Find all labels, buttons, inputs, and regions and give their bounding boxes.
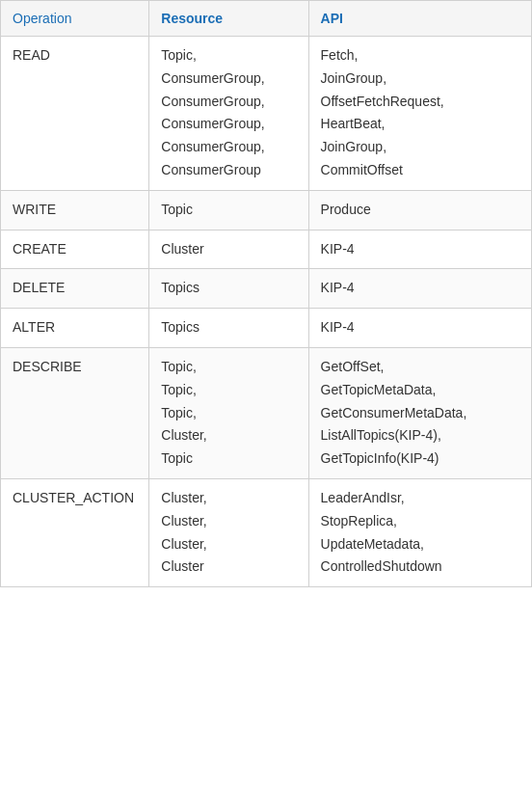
resource-cell: Topic <box>149 190 308 230</box>
api-item: KIP-4 <box>321 277 519 300</box>
api-cell: LeaderAndIsr,StopReplica,UpdateMetadata,… <box>308 478 531 586</box>
api-item: GetConsumerMetaData, <box>321 402 519 425</box>
table-row: DELETETopicsKIP-4 <box>1 269 532 309</box>
api-item: GetTopicMetaData, <box>321 379 519 402</box>
api-item: ListAllTopics(KIP-4), <box>321 424 519 447</box>
resource-item: Topic, <box>161 402 296 425</box>
resource-item: Cluster, <box>161 533 296 556</box>
header-operation: Operation <box>1 1 149 37</box>
resource-cell: Topics <box>149 269 308 309</box>
resource-item: Topic <box>161 447 296 471</box>
header-resource: Resource <box>149 1 308 37</box>
api-item: GetOffSet, <box>321 356 519 379</box>
operation-cell: CLUSTER_ACTION <box>1 478 149 586</box>
resource-item: ConsumerGroup <box>161 159 296 182</box>
api-item: Fetch, <box>321 44 519 68</box>
api-item: GetTopicInfo(KIP-4) <box>321 447 519 471</box>
header-api: API <box>308 1 531 37</box>
api-cell: KIP-4 <box>308 309 531 348</box>
api-item: KIP-4 <box>321 238 519 261</box>
api-item: LeaderAndIsr, <box>321 487 519 510</box>
table-header-row: Operation Resource API <box>1 1 532 37</box>
table-row: WRITETopicProduce <box>1 190 532 230</box>
table-row: READTopic,ConsumerGroup,ConsumerGroup,Co… <box>1 37 532 191</box>
resource-item: Topic, <box>161 379 296 402</box>
api-item: UpdateMetadata, <box>321 533 519 556</box>
table-row: CREATEClusterKIP-4 <box>1 230 532 269</box>
operation-cell: READ <box>1 37 149 191</box>
api-cell: Produce <box>308 190 531 230</box>
table-row: CLUSTER_ACTIONCluster,Cluster,Cluster,Cl… <box>1 478 532 586</box>
resource-item: Cluster, <box>161 424 296 447</box>
api-item: OffsetFetchRequest, <box>321 91 519 114</box>
resource-cell: Cluster <box>149 230 308 269</box>
api-item: ControlledShutdown <box>321 556 519 579</box>
operations-table: Operation Resource API READTopic,Consume… <box>0 0 532 587</box>
operation-cell: WRITE <box>1 190 149 230</box>
resource-item: Topic <box>161 199 296 222</box>
api-item: JoinGroup, <box>321 68 519 91</box>
resource-item: Cluster, <box>161 510 296 533</box>
resource-cell: Topic,Topic,Topic,Cluster,Topic <box>149 347 308 478</box>
resource-item: Cluster, <box>161 487 296 510</box>
api-item: CommitOffset <box>321 159 519 182</box>
api-item: KIP-4 <box>321 316 519 339</box>
resource-item: ConsumerGroup, <box>161 136 296 159</box>
api-item: JoinGroup, <box>321 136 519 159</box>
table-row: DESCRIBETopic,Topic,Topic,Cluster,TopicG… <box>1 347 532 478</box>
api-cell: KIP-4 <box>308 230 531 269</box>
operation-cell: DELETE <box>1 269 149 309</box>
api-item: Produce <box>321 199 519 222</box>
resource-cell: Topics <box>149 309 308 348</box>
resource-item: Topics <box>161 316 296 339</box>
operation-cell: CREATE <box>1 230 149 269</box>
resource-item: ConsumerGroup, <box>161 68 296 91</box>
resource-item: Topic, <box>161 356 296 379</box>
operation-cell: ALTER <box>1 309 149 348</box>
resource-item: ConsumerGroup, <box>161 91 296 114</box>
api-cell: KIP-4 <box>308 269 531 309</box>
api-item: HeartBeat, <box>321 113 519 136</box>
api-cell: Fetch,JoinGroup,OffsetFetchRequest,Heart… <box>308 37 531 191</box>
resource-item: Topics <box>161 277 296 300</box>
resource-item: Cluster <box>161 556 296 579</box>
operation-cell: DESCRIBE <box>1 347 149 478</box>
resource-cell: Cluster,Cluster,Cluster,Cluster <box>149 478 308 586</box>
resource-item: ConsumerGroup, <box>161 113 296 136</box>
api-cell: GetOffSet,GetTopicMetaData,GetConsumerMe… <box>308 347 531 478</box>
api-item: StopReplica, <box>321 510 519 533</box>
resource-item: Cluster <box>161 238 296 261</box>
table-row: ALTERTopicsKIP-4 <box>1 309 532 348</box>
resource-item: Topic, <box>161 44 296 68</box>
resource-cell: Topic,ConsumerGroup,ConsumerGroup,Consum… <box>149 37 308 191</box>
main-table-container: Operation Resource API READTopic,Consume… <box>0 0 532 587</box>
